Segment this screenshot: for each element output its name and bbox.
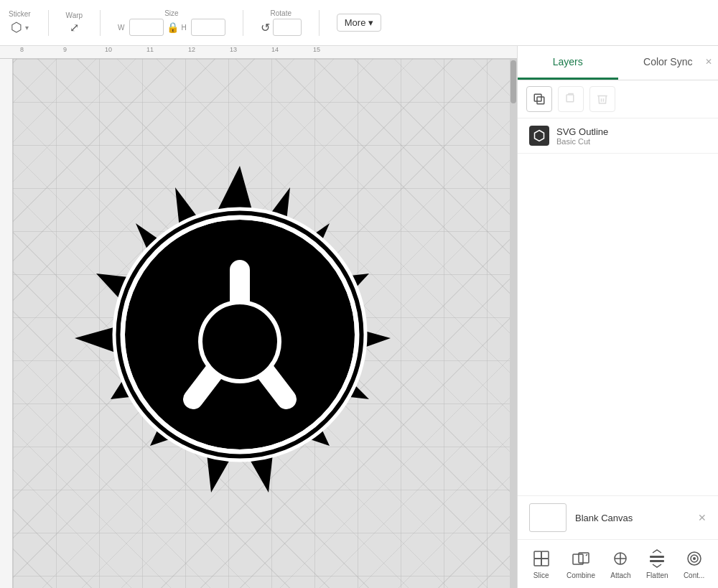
canvas-scrollbar[interactable]: [510, 59, 517, 588]
color-sync-close[interactable]: ✕: [705, 57, 712, 67]
divider-4: [319, 10, 320, 36]
warp-label: Warp: [66, 11, 83, 19]
svg-rect-9: [534, 94, 541, 101]
svg-point-6: [200, 302, 279, 381]
panel-toolbar: [518, 80, 718, 118]
toolbar: Sticker ⬡ ▾ Warp ⤢ Size W 🔒 H Rotate ↺: [0, 0, 718, 46]
warp-icon: ⤢: [70, 21, 79, 34]
panel-spacer: [518, 154, 718, 495]
rotate-icon: ↺: [261, 21, 270, 34]
attach-button[interactable]: Attach: [610, 549, 630, 579]
sticker-icon: ⬡: [11, 19, 22, 35]
ruler-vertical: [0, 59, 13, 588]
blank-canvas-close[interactable]: ✕: [698, 512, 707, 523]
combine-icon: [571, 549, 591, 569]
layer-info: SVG Outline Basic Cut: [556, 126, 608, 146]
svg-rect-13: [541, 551, 549, 559]
svg-rect-8: [537, 97, 544, 104]
right-panel: Layers Color Sync ✕: [517, 46, 718, 588]
main-area: 8 9 10 11 12 13 14 15: [0, 46, 718, 588]
sticker-label: Sticker: [9, 10, 31, 18]
width-input[interactable]: [129, 19, 164, 36]
flatten-icon: [647, 549, 667, 569]
svg-point-26: [693, 557, 696, 560]
tab-layers[interactable]: Layers: [518, 46, 618, 80]
svg-marker-11: [535, 131, 544, 141]
svg-rect-23: [650, 560, 664, 562]
size-group: Size W 🔒 H: [118, 9, 225, 36]
blank-canvas-row[interactable]: Blank Canvas ✕: [518, 495, 718, 540]
slice-button[interactable]: Slice: [531, 549, 551, 579]
svg-rect-12: [534, 551, 541, 559]
paste-icon: [564, 93, 577, 106]
more-button[interactable]: More ▾: [337, 14, 382, 32]
divider-2: [100, 10, 101, 36]
blank-canvas-thumbnail: [529, 503, 567, 532]
ruler-horizontal: 8 9 10 11 12 13 14 15: [0, 46, 517, 59]
slice-icon: [531, 549, 551, 569]
svg-rect-10: [567, 95, 574, 102]
warp-group: Warp ⤢: [66, 11, 83, 34]
svg-rect-22: [650, 556, 664, 558]
flatten-button[interactable]: Flatten: [646, 549, 668, 579]
rotate-input[interactable]: [273, 19, 302, 36]
copy-layer-button[interactable]: [526, 86, 552, 112]
hexagon-icon: [533, 129, 546, 142]
canvas-area[interactable]: 8 9 10 11 12 13 14 15: [0, 46, 517, 588]
size-label: Size: [164, 9, 178, 17]
design-svg[interactable]: [60, 144, 419, 503]
tab-color-sync[interactable]: Color Sync ✕: [618, 46, 719, 80]
combine-button[interactable]: Combine: [567, 549, 595, 579]
rotate-label: Rotate: [271, 9, 292, 17]
divider-1: [48, 10, 49, 36]
panel-actions: Slice Combine Attach: [518, 540, 718, 588]
attach-icon: [610, 549, 630, 569]
sticker-group: Sticker ⬡ ▾: [9, 10, 31, 35]
grid-canvas[interactable]: [13, 59, 517, 588]
svg-rect-14: [534, 559, 541, 566]
delete-icon: [596, 93, 609, 106]
height-input[interactable]: [191, 19, 225, 36]
divider-3: [243, 10, 243, 36]
svg-line-18: [586, 554, 587, 556]
lock-icon: 🔒: [167, 22, 179, 33]
contour-icon: [684, 549, 704, 569]
rotate-group: Rotate ↺: [261, 9, 302, 36]
copy-icon: [533, 93, 546, 106]
panel-tabs: Layers Color Sync ✕: [518, 46, 718, 80]
svg-rect-15: [541, 559, 549, 566]
design-container[interactable]: [60, 144, 419, 503]
layer-item-svg-outline[interactable]: SVG Outline Basic Cut: [518, 118, 718, 154]
contour-button[interactable]: Cont...: [684, 549, 704, 579]
scrollbar-thumb[interactable]: [510, 60, 516, 103]
layer-icon: [529, 126, 549, 146]
paste-layer-button[interactable]: [558, 86, 584, 112]
delete-layer-button[interactable]: [589, 86, 615, 112]
